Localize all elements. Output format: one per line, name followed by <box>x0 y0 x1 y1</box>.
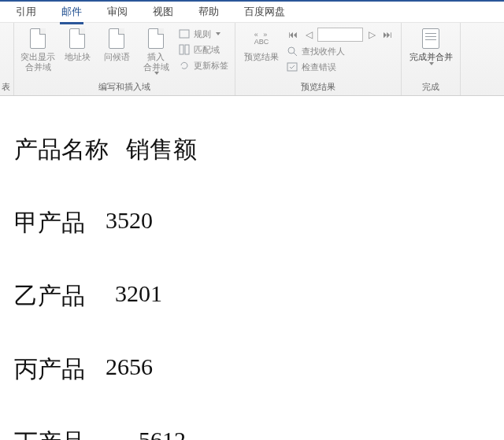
product-value: 3201 <box>115 280 162 312</box>
last-record-button[interactable]: ⏭ <box>380 28 395 42</box>
address-block-label: 地址块 <box>65 52 91 62</box>
table-row: 甲产品 3520 <box>14 207 504 239</box>
address-block-button[interactable]: 地址块 <box>60 26 94 62</box>
next-record-button[interactable]: ▷ <box>365 28 379 42</box>
table-row: 乙产品 3201 <box>14 280 504 312</box>
abc-text: ABC <box>254 39 269 46</box>
product-value: 3520 <box>106 207 153 239</box>
chevron-down-icon <box>216 32 220 35</box>
record-number-input[interactable] <box>317 28 363 42</box>
svg-line-4 <box>294 53 297 56</box>
chevron-down-icon <box>154 72 159 75</box>
ribbon: 表 突出显示合并域 地址块 问候语 插入合并域 <box>0 22 504 96</box>
ribbon-tabs: 引用 邮件 审阅 视图 帮助 百度网盘 <box>0 0 504 22</box>
chevron-down-icon <box>429 62 434 65</box>
svg-rect-0 <box>180 30 189 38</box>
insert-merge-field-button[interactable]: 插入合并域 <box>139 26 173 75</box>
product-name: 甲产品 <box>14 207 90 239</box>
group-tables-partial: 表 <box>0 23 14 95</box>
match-fields-button[interactable]: 匹配域 <box>178 43 228 56</box>
prev-record-button[interactable]: ◁ <box>302 28 316 42</box>
group-finish: 完成并合并 完成 <box>402 23 461 95</box>
search-icon <box>286 45 298 57</box>
table-row: 丙产品 2656 <box>14 353 504 386</box>
group-tables-label: 表 <box>2 79 10 95</box>
group-write-insert-fields: 突出显示合并域 地址块 问候语 插入合并域 规则 <box>14 23 235 95</box>
svg-rect-2 <box>185 45 189 54</box>
finish-icon <box>420 28 442 50</box>
find-recipient-button[interactable]: 查找收件人 <box>286 45 395 57</box>
group-finish-label: 完成 <box>408 79 454 95</box>
check-errors-label: 检查错误 <box>302 61 336 73</box>
table-header-row: 产品名称 销售额 <box>14 134 504 166</box>
product-name: 丁产品 <box>14 427 90 440</box>
rules-label: 规则 <box>194 28 211 40</box>
rules-icon <box>178 28 191 40</box>
document-icon <box>106 28 128 50</box>
header-name: 产品名称 <box>14 134 109 166</box>
group-preview-label: 预览结果 <box>242 79 395 95</box>
product-name: 乙产品 <box>14 280 90 312</box>
finish-merge-button[interactable]: 完成并合并 <box>408 26 454 65</box>
document-icon <box>27 28 49 50</box>
finish-label: 完成并合并 <box>410 52 453 62</box>
highlight-merge-fields-button[interactable]: 突出显示合并域 <box>20 26 55 72</box>
header-value: 销售额 <box>126 134 197 166</box>
group-preview-results: « » ABC 预览结果 ⏮ ◁ ▷ ⏭ 查找收件人 <box>235 23 402 95</box>
first-record-button[interactable]: ⏮ <box>286 28 300 42</box>
document-icon <box>145 28 167 50</box>
update-labels-button[interactable]: 更新标签 <box>178 59 228 72</box>
svg-rect-5 <box>287 63 297 71</box>
record-navigation: ⏮ ◁ ▷ ⏭ <box>286 28 395 42</box>
svg-point-3 <box>288 47 295 54</box>
group-write-insert-label: 编写和插入域 <box>20 79 228 95</box>
preview-results-button[interactable]: « » ABC 预览结果 <box>242 26 281 62</box>
rules-button[interactable]: 规则 <box>178 28 228 40</box>
check-icon <box>286 61 298 73</box>
update-labels-label: 更新标签 <box>194 60 228 72</box>
tab-baidu-netdisk[interactable]: 百度网盘 <box>232 2 298 22</box>
product-value: 2656 <box>106 353 153 386</box>
product-value: 5612 <box>139 427 186 440</box>
greeting-label: 问候语 <box>104 52 130 62</box>
document-icon <box>66 28 88 50</box>
tab-view[interactable]: 视图 <box>140 2 186 22</box>
check-errors-button[interactable]: 检查错误 <box>286 61 395 73</box>
tab-references[interactable]: 引用 <box>3 2 49 22</box>
tab-review[interactable]: 审阅 <box>94 2 140 22</box>
tab-mailings[interactable]: 邮件 <box>49 2 94 22</box>
tab-help[interactable]: 帮助 <box>186 2 232 22</box>
find-recipient-label: 查找收件人 <box>302 46 345 57</box>
table-row: 丁产品 5612 <box>14 427 504 440</box>
refresh-icon <box>178 59 191 72</box>
document-body[interactable]: 产品名称 销售额 甲产品 3520 乙产品 3201 丙产品 2656 丁产品 … <box>0 96 504 440</box>
highlight-label: 突出显示合并域 <box>20 52 55 72</box>
greeting-line-button[interactable]: 问候语 <box>99 26 134 62</box>
match-label: 匹配域 <box>194 44 220 56</box>
svg-rect-1 <box>180 45 183 54</box>
abc-icon: « » ABC <box>250 28 272 50</box>
match-icon <box>178 43 191 56</box>
product-name: 丙产品 <box>14 353 90 386</box>
preview-label: 预览结果 <box>244 52 279 62</box>
insert-field-label: 插入合并域 <box>143 52 169 72</box>
